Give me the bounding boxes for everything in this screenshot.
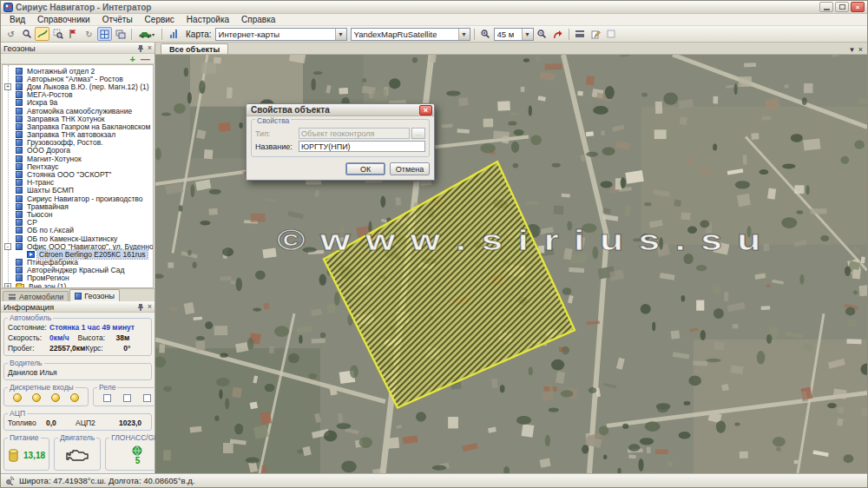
pin-icon[interactable] — [137, 44, 144, 52]
relay-checkbox[interactable] — [123, 394, 131, 402]
tab-geozones-label: Геозоны — [84, 292, 115, 300]
toolbar-separator — [131, 29, 132, 40]
chart-icon — [170, 30, 177, 38]
tree-item[interactable]: +Вне зон (1) — [3, 282, 153, 288]
close-panel-icon[interactable]: × — [148, 302, 152, 311]
properties-group: Свойства Тип: Объект геоконтроля … Назва… — [251, 119, 430, 157]
chevron-down-icon: ▾ — [152, 31, 155, 37]
zoom-in-icon — [480, 29, 490, 39]
blank-button[interactable] — [604, 27, 619, 41]
scale-select[interactable]: 45 м ▼ — [494, 28, 534, 41]
tree-expand-toggle[interactable]: + — [4, 283, 11, 288]
battery-icon — [8, 448, 19, 463]
window-title: Сириус Навигатор - Интегратор — [16, 3, 151, 12]
globe-icon — [132, 445, 142, 456]
tree-expand-toggle[interactable]: + — [4, 83, 11, 90]
geo-icon — [16, 131, 23, 138]
tab-list-dropdown-icon[interactable]: ▾ — [850, 45, 854, 54]
tab-vehicles[interactable]: Автомобили — [3, 291, 69, 301]
zoom-out-icon — [536, 29, 547, 39]
tree-item-label: Вне зон (1) — [27, 282, 68, 288]
grid-view-button[interactable] — [97, 27, 112, 41]
vehicle-button[interactable]: ▾ — [135, 27, 158, 41]
geo-icon — [16, 99, 23, 106]
geo-icon — [16, 187, 23, 194]
menu-help[interactable]: Справка — [235, 15, 281, 24]
ok-button[interactable]: ОК — [345, 162, 385, 175]
track-mode-button[interactable] — [35, 27, 49, 41]
map-source-select[interactable]: Интернет-карты ▼ — [215, 28, 347, 41]
browse-button[interactable]: … — [411, 128, 425, 139]
geo-icon — [16, 108, 23, 115]
layers-button[interactable] — [113, 27, 128, 41]
adc-group-title: АЦП — [8, 409, 27, 418]
restore-button[interactable] — [835, 2, 849, 12]
map-canvas[interactable]: © w w w . s i r i u s . s u Свойства объ… — [155, 55, 867, 473]
menu-view[interactable]: Вид — [3, 15, 31, 24]
map-area: Все объекты ▾ × © w w w . s i r i u s . … — [155, 43, 867, 473]
history-icon: ↺ — [7, 30, 14, 39]
odometer-label: Пробег: — [8, 344, 49, 353]
alt-value: 38м — [116, 333, 130, 342]
menu-reports[interactable]: Отчёты — [96, 15, 139, 24]
tree-expand-toggle[interactable]: - — [4, 243, 11, 250]
scale-value: 45 м — [497, 30, 515, 39]
sidebar-tabs: Автомобили Геозоны — [1, 288, 155, 301]
power-group: Питание 13,18 — [3, 433, 49, 471]
geo-icon — [16, 171, 23, 178]
geo-icon — [16, 68, 23, 75]
cancel-button[interactable]: Отмена — [390, 162, 430, 175]
engine-group-title: Двигатель — [58, 433, 96, 442]
add-geozone-button[interactable]: + — [130, 55, 135, 63]
power-value: 13,18 — [23, 451, 45, 460]
remove-geozone-button[interactable]: — — [141, 55, 150, 63]
zoom-out-button[interactable] — [535, 27, 549, 41]
legend-button[interactable] — [573, 27, 588, 41]
tab-geozones[interactable]: Геозоны — [69, 289, 120, 301]
input-led — [32, 393, 41, 402]
tab-close-icon[interactable]: × — [858, 45, 863, 54]
relay-checkbox[interactable] — [103, 394, 111, 402]
zoom-region-button[interactable] — [50, 27, 65, 41]
map-tab-all-objects[interactable]: Все объекты — [161, 43, 228, 54]
object-properties-dialog: Свойства объекта × Свойства Тип: Объект … — [246, 103, 435, 181]
minimize-icon — [824, 9, 830, 10]
flag-button[interactable] — [66, 27, 81, 41]
list-icon — [9, 293, 16, 299]
car-icon — [27, 251, 35, 258]
minimize-button[interactable] — [819, 2, 833, 12]
chart-button[interactable] — [166, 27, 181, 41]
pin-icon[interactable] — [137, 303, 144, 311]
vehicle-group-title: Автомобиль — [8, 313, 53, 322]
geo-icon — [16, 155, 23, 162]
search-button[interactable] — [19, 27, 34, 41]
tree-item[interactable]: ПромРегион — [3, 274, 153, 282]
menu-service[interactable]: Сервис — [139, 15, 181, 24]
menu-settings[interactable]: Настройка — [181, 15, 235, 24]
info-panel-title: Информация — [3, 302, 54, 312]
close-panel-icon[interactable]: × — [148, 43, 152, 52]
discrete-inputs-title: Дискретные входы — [8, 383, 76, 392]
geozones-tree: Монтажный отдел 2Авторынок "Алмаз" - Рос… — [2, 64, 154, 288]
zoom-in-button[interactable] — [478, 27, 493, 41]
menu-directories[interactable]: Справочники — [31, 15, 96, 24]
adc2-label: АЦП2 — [76, 419, 107, 427]
edit-button[interactable] — [589, 27, 603, 41]
map-layer-select[interactable]: YandexMapRuSatellite ▼ — [351, 28, 470, 41]
map-tab-label: Все объекты — [169, 45, 220, 54]
dialog-close-button[interactable]: × — [419, 105, 432, 115]
list-icon — [575, 30, 584, 37]
adc-group: АЦП Топливо 0,0 АЦП2 1023,0 — [3, 409, 152, 431]
name-field[interactable]: ЮРГТУ(НПИ) — [299, 141, 425, 152]
relay-checkbox[interactable] — [143, 394, 151, 402]
history-button[interactable]: ↺ — [3, 27, 18, 41]
goto-button[interactable] — [550, 27, 565, 41]
geozone-icon — [75, 293, 82, 300]
geo-icon — [16, 83, 23, 90]
refresh-button[interactable]: ↻ — [82, 27, 96, 41]
speed-label: Скорость: — [8, 333, 49, 342]
properties-group-title: Свойства — [255, 116, 291, 125]
close-button[interactable]: × — [851, 2, 865, 12]
geo-icon — [16, 211, 23, 218]
driver-name: Данилов Илья — [8, 368, 57, 377]
